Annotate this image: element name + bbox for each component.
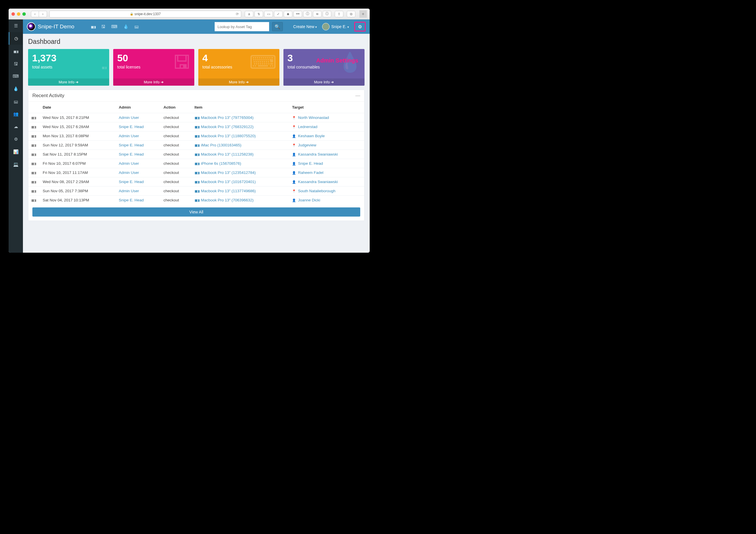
target-link[interactable]: 👤 Joanne Dicki [292, 198, 320, 202]
admin-link[interactable]: Snipe E. Head [119, 125, 144, 129]
minimize-window[interactable] [17, 12, 20, 16]
close-window[interactable] [12, 12, 15, 16]
panel-collapse-button[interactable]: — [355, 93, 360, 98]
ext-amazon-icon[interactable]: a [245, 11, 253, 17]
item-link[interactable]: Macbook Pro 13" (768329122) [195, 125, 254, 129]
address-bar[interactable]: 🔒 snipe-it.dev:1337 ⟳ [49, 11, 241, 17]
ext-ghost-icon[interactable]: ☻ [284, 11, 292, 17]
col-admin[interactable]: Admin [116, 102, 160, 113]
barcode-icon [195, 162, 199, 165]
sidebar-item-people[interactable]: 👥 [9, 108, 23, 120]
target-link[interactable]: 👤 Kassandra Swaniawski [292, 180, 338, 184]
new-tab-button[interactable]: + [359, 10, 367, 18]
target-link[interactable]: 📍 Lednerstad [292, 125, 317, 129]
stat-more-info[interactable]: More Info ➜ [113, 78, 194, 86]
table-row: Wed Nov 15, 2017 6:28AMSnipe E. Headchec… [28, 122, 364, 131]
asset-search-input[interactable] [215, 22, 269, 31]
ext-stack-icon[interactable]: ≋ [313, 11, 322, 17]
browser-chrome: ‹ › 🔒 snipe-it.dev:1337 ⟳ a ↯ ▭ ✓ ☻ ••• … [9, 9, 370, 19]
gauge-icon: ◷ [14, 36, 18, 41]
sidebar-item-licenses[interactable]: 🖫 [9, 57, 23, 70]
ext-inspect-icon[interactable]: ↯ [255, 11, 263, 17]
sidebar-item-requestable[interactable]: 💻 [9, 158, 23, 171]
admin-link[interactable]: Snipe E. Head [119, 143, 144, 147]
sidebar-item-reports[interactable]: 📊 [9, 146, 23, 158]
col-target[interactable]: Target [289, 102, 364, 113]
ext-info-icon[interactable]: ⓘ [303, 11, 312, 17]
target-link[interactable]: 📍 North Winonastad [292, 116, 329, 120]
ext-more-icon[interactable]: ••• [293, 11, 302, 17]
browser-extensions: a ↯ ▭ ✓ ☻ ••• ⓘ ≋ ⓘ [244, 11, 331, 17]
stat-more-info[interactable]: More Info ➜ [198, 78, 280, 86]
sidebar-item-assets[interactable] [9, 45, 23, 57]
brand[interactable]: Snipe-IT Demo [27, 22, 74, 31]
view-all-button[interactable]: View All [32, 207, 360, 217]
admin-link[interactable]: Snipe E. Head [119, 152, 144, 156]
item-link[interactable]: Macbook Pro 13" (1188075520) [195, 134, 256, 138]
sidebar-item-consumables[interactable]: 💧 [9, 83, 23, 95]
ext-wk-icon[interactable]: ✓ [274, 11, 283, 17]
item-link[interactable]: Macbook Pro 13" (797765004) [195, 116, 254, 120]
cloud-icon: ☁ [14, 124, 18, 129]
sidebar-item-import[interactable]: ☁ [9, 120, 23, 133]
forward-button[interactable]: › [39, 11, 47, 17]
barcode-icon [31, 180, 36, 184]
col-item[interactable]: Item [192, 102, 289, 113]
sidebar-item-settings[interactable]: ⚙ [9, 133, 23, 146]
admin-link[interactable]: Admin User [119, 161, 139, 166]
item-link[interactable]: iPhone 6s (156708576) [195, 161, 241, 166]
target-link[interactable]: 👤 Snipe E. Head [292, 161, 323, 166]
tabs-button[interactable]: ⧉ [347, 11, 355, 17]
col-date[interactable]: Date [40, 102, 116, 113]
item-link[interactable]: Macbook Pro 13" (706396632) [195, 198, 254, 202]
top-components-icon[interactable]: 🖴 [134, 24, 139, 29]
back-button[interactable]: ‹ [31, 11, 39, 17]
sidebar-item-components[interactable]: 🖴 [9, 95, 23, 108]
create-new-dropdown[interactable]: Create New [293, 24, 317, 29]
barcode-icon [31, 189, 36, 193]
target-link[interactable]: 👤 Raheem Fadel [292, 171, 323, 175]
table-row: Fri Nov 10, 2017 11:17AMAdmin Userchecko… [28, 168, 364, 177]
user-menu[interactable]: Snipe E. [322, 23, 349, 30]
admin-settings-button[interactable]: ⚙ [354, 22, 366, 32]
barcode-icon [195, 134, 199, 138]
top-assets-icon[interactable] [91, 24, 95, 29]
item-link[interactable]: Macbook Pro 13" (1016720401) [195, 180, 256, 184]
admin-link[interactable]: Admin User [119, 134, 139, 138]
keyboard-icon: ⌨ [13, 74, 19, 79]
cell-action: checkout [161, 150, 192, 159]
col-action[interactable]: Action [161, 102, 192, 113]
sidebar-item-accessories[interactable]: ⌨ [9, 70, 23, 83]
share-button[interactable]: ⇪ [335, 11, 343, 17]
target-link[interactable]: 👤 Kassandra Swaniawski [292, 152, 338, 156]
item-link[interactable]: Macbook Pro 13" (111258238) [195, 152, 254, 156]
ext-info2-icon[interactable]: ⓘ [323, 11, 331, 17]
stat-more-info[interactable]: More Info ➜ [284, 78, 364, 86]
admin-link[interactable]: Admin User [119, 171, 139, 175]
admin-link[interactable]: Snipe E. Head [119, 198, 144, 202]
target-link[interactable]: 📍 Judgeview [292, 143, 316, 147]
admin-link[interactable]: Admin User [119, 116, 139, 120]
target-link[interactable]: 👤 Keshawn Boyle [292, 134, 325, 138]
item-link[interactable]: Macbook Pro 13" (1235412784) [195, 171, 256, 175]
table-row: Sun Nov 12, 2017 9:59AMSnipe E. Headchec… [28, 141, 364, 150]
item-link[interactable]: Macbook Pro 13" (1137749686) [195, 189, 256, 193]
chart-icon: 📊 [13, 149, 19, 154]
asset-search-button[interactable]: 🔍 [272, 22, 283, 31]
target-link[interactable]: 📍 South Natalieborough [292, 189, 335, 193]
admin-link[interactable]: Snipe E. Head [119, 180, 144, 184]
admin-link[interactable]: Admin User [119, 189, 139, 193]
top-consumables-icon[interactable]: 💧 [123, 24, 129, 29]
sidebar-toggle[interactable]: ☰ [9, 19, 23, 32]
reload-icon[interactable]: ⟳ [236, 12, 239, 16]
sidebar-item-dashboard[interactable]: ◷ [9, 32, 23, 45]
item-link[interactable]: iMac Pro (1300163465) [195, 143, 242, 147]
ext-reader-icon[interactable]: ▭ [264, 11, 273, 17]
cell-action: checkout [161, 131, 192, 141]
stat-more-info[interactable]: More Info ➜ [28, 78, 109, 86]
brand-logo [27, 22, 36, 31]
top-accessories-icon[interactable]: ⌨ [111, 24, 118, 29]
maximize-window[interactable] [22, 12, 26, 16]
top-licenses-icon[interactable]: 🖫 [101, 24, 105, 29]
cell-action: checkout [161, 186, 192, 196]
